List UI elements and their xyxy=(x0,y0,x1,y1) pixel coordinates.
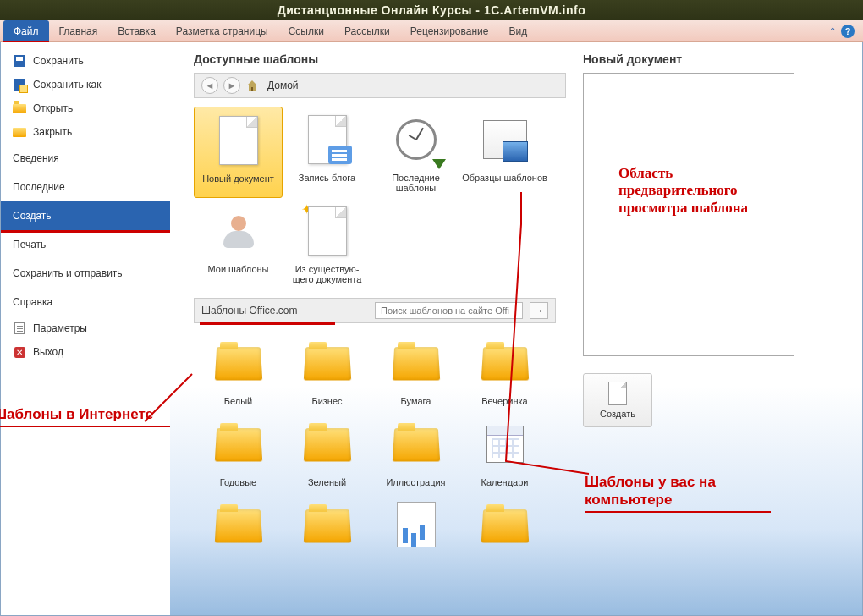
folder-icon xyxy=(214,428,261,461)
nav-fwd[interactable]: ► xyxy=(223,77,240,94)
create-doc-icon xyxy=(608,382,627,405)
tab-file[interactable]: Файл xyxy=(3,20,49,41)
sidebar-print[interactable]: Печать xyxy=(1,230,170,259)
folder-icon xyxy=(303,347,350,380)
tab-links[interactable]: Ссылки xyxy=(278,20,334,41)
template-samples[interactable]: Образцы шаблонов xyxy=(460,107,549,198)
person-icon xyxy=(218,211,259,251)
save-as-icon xyxy=(13,78,26,91)
template-blank-document[interactable]: Новый документ xyxy=(194,107,283,198)
folder-personal[interactable]: Личные xyxy=(460,492,549,547)
folder-icon xyxy=(214,347,261,380)
tab-insert[interactable]: Вставка xyxy=(107,20,166,41)
help-icon[interactable]: ? xyxy=(841,25,855,38)
folder-business[interactable]: Бизнес xyxy=(283,330,371,411)
sidebar-save-send[interactable]: Сохранить и отправить xyxy=(1,259,170,288)
folder-icon xyxy=(392,347,439,380)
sidebar-params[interactable]: Параметры xyxy=(1,316,170,340)
minimize-ribbon-icon[interactable]: ⌃ xyxy=(829,26,836,36)
folder-party[interactable]: Вечеринка xyxy=(460,330,549,411)
sidebar-new[interactable]: Создать xyxy=(1,201,170,230)
exit-icon: ✕ xyxy=(13,345,26,359)
folder-cards[interactable]: Карточки xyxy=(194,492,283,547)
sidebar-save[interactable]: Сохранить xyxy=(1,49,170,73)
tab-home[interactable]: Главная xyxy=(49,20,108,41)
tab-view[interactable]: Вид xyxy=(498,20,537,41)
sample-icon xyxy=(483,120,527,159)
template-recent[interactable]: Последние шаблоны xyxy=(371,107,460,198)
window-title: Дистанционные Онлайн Курсы - 1C.ArtemVM.… xyxy=(0,0,863,20)
search-go-button[interactable]: → xyxy=(530,302,548,319)
svg-rect-0 xyxy=(251,87,253,91)
folder-icon xyxy=(303,428,350,461)
templates-navbar: ◄ ► Домой xyxy=(194,73,566,98)
close-file-icon xyxy=(13,125,26,139)
template-blog-post[interactable]: Запись блога xyxy=(283,107,371,198)
preview-heading: Новый документ xyxy=(583,52,811,66)
tab-review[interactable]: Рецензирование xyxy=(400,20,499,41)
sidebar-close[interactable]: Закрыть xyxy=(1,120,170,144)
template-preview xyxy=(583,73,794,356)
search-templates-input[interactable] xyxy=(375,302,523,319)
sidebar-info[interactable]: Сведения xyxy=(1,144,170,173)
folder-red[interactable]: Красный xyxy=(283,492,371,547)
sidebar-help[interactable]: Справка xyxy=(1,288,170,316)
folder-yearly[interactable]: Годовые xyxy=(194,411,283,492)
sidebar-open[interactable]: Открыть xyxy=(1,96,170,120)
folder-icon xyxy=(481,347,528,380)
template-from-existing[interactable]: ✦ Из существую- щего документа xyxy=(283,198,371,289)
home-icon[interactable] xyxy=(245,79,259,92)
create-button[interactable]: Создать xyxy=(583,373,652,427)
ribbon-tabs: Файл Главная Вставка Разметка страницы С… xyxy=(0,20,863,42)
options-icon xyxy=(13,322,26,335)
folder-illustration[interactable]: Иллюстрация xyxy=(371,411,460,492)
tab-mail[interactable]: Рассылки xyxy=(334,20,400,41)
folder-paper[interactable]: Бумага xyxy=(371,330,460,411)
open-icon xyxy=(13,102,26,115)
flyer-icon xyxy=(397,502,436,547)
folder-green[interactable]: Зеленый xyxy=(283,411,371,492)
folder-flyers[interactable]: Листовки xyxy=(371,492,460,547)
folder-icon xyxy=(303,509,350,542)
breadcrumb[interactable]: Домой xyxy=(267,80,299,91)
folder-icon xyxy=(481,509,528,542)
save-icon xyxy=(13,54,26,68)
sidebar-exit[interactable]: ✕Выход xyxy=(1,340,170,364)
blank-doc-icon xyxy=(219,116,258,165)
templates-heading: Доступные шаблоны xyxy=(194,52,566,66)
officecom-section: Шаблоны Office.com → xyxy=(194,298,556,323)
folder-calendars[interactable]: Календари xyxy=(460,411,549,492)
folder-icon xyxy=(392,428,439,461)
tab-layout[interactable]: Разметка страницы xyxy=(166,20,278,41)
template-my-templates[interactable]: Мои шаблоны xyxy=(194,198,283,289)
calendar-icon xyxy=(486,426,524,463)
clock-icon xyxy=(396,119,437,160)
officecom-label: Шаблоны Office.com xyxy=(201,305,298,316)
backstage-sidebar: Сохранить Сохранить как Открыть Закрыть … xyxy=(1,42,170,615)
sidebar-save-as[interactable]: Сохранить как xyxy=(1,73,170,96)
folder-icon xyxy=(214,509,261,542)
template-grid[interactable]: Новый документ Запись блога Последние ша… xyxy=(194,107,566,547)
existing-doc-icon xyxy=(308,206,347,256)
folder-white[interactable]: Белый xyxy=(194,330,283,411)
sidebar-recent[interactable]: Последние xyxy=(1,173,170,201)
nav-back[interactable]: ◄ xyxy=(201,77,218,94)
